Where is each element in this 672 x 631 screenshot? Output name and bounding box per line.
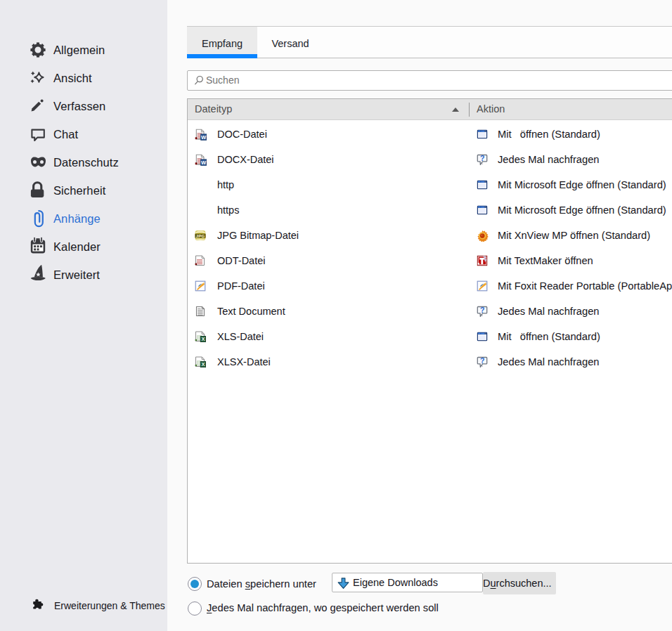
svg-text:?: ? bbox=[480, 154, 484, 162]
svg-text:?: ? bbox=[480, 356, 484, 365]
svg-text:X: X bbox=[201, 361, 205, 367]
svg-text:?: ? bbox=[480, 306, 484, 314]
svg-text:W: W bbox=[201, 134, 207, 141]
svg-text:JPG: JPG bbox=[195, 233, 205, 238]
svg-text:X: X bbox=[201, 336, 205, 342]
svg-text:W: W bbox=[201, 160, 207, 166]
